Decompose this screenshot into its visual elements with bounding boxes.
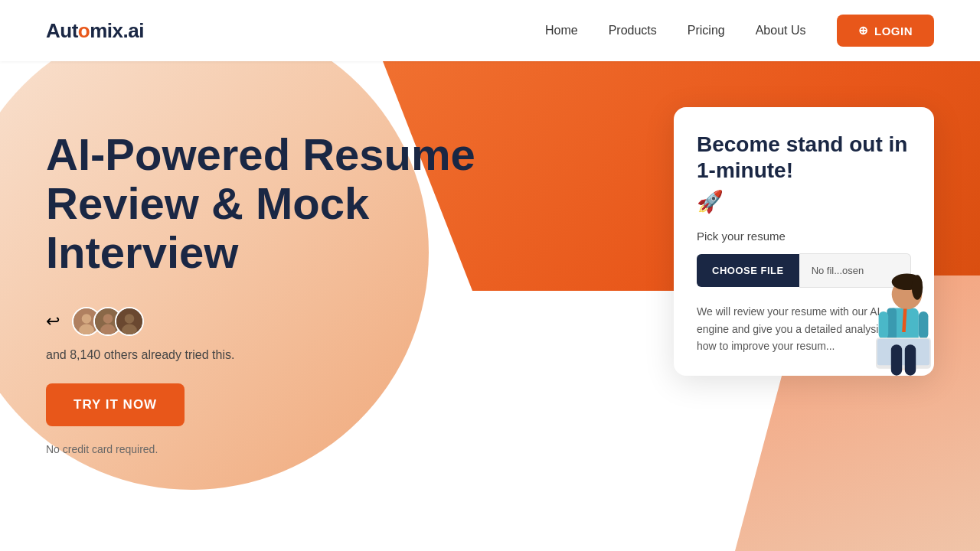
rocket-emoji: 🚀 [697,189,911,214]
pick-label: Pick your resume [697,230,911,243]
svg-point-2 [79,324,94,336]
avatars [72,307,144,336]
hero-section: AI-Powered Resume Review & Mock Intervie… [0,61,980,551]
resume-card: Become stand out in 1-minute! 🚀 Pick you… [674,107,934,376]
svg-point-1 [82,315,92,324]
logo[interactable]: Automix.ai [46,19,144,43]
login-icon: ⊕ [858,24,869,37]
svg-point-4 [103,315,113,324]
logo-o: o [78,19,90,42]
login-button[interactable]: ⊕ LOGIN [837,15,935,47]
nav-products[interactable]: Products [609,24,657,37]
navbar: Automix.ai Home Products Pricing About U… [0,0,980,61]
nav-home[interactable]: Home [545,24,578,37]
svg-point-5 [100,324,116,336]
hero-title: AI-Powered Resume Review & Mock Intervie… [46,130,505,276]
svg-rect-18 [877,339,929,365]
svg-point-8 [122,324,137,336]
card-title: Become stand out in 1-minute! [697,132,911,183]
social-proof: ↩ [46,307,612,336]
svg-rect-11 [887,308,897,343]
nav-about[interactable]: About Us [756,24,806,37]
social-proof-text: and 8,140 others already tried this. [46,348,612,362]
login-label: LOGIN [874,24,913,37]
no-credit-text: No credit card required. [46,443,612,455]
logo-text-suffix: mix.ai [90,19,144,42]
illustration [858,243,949,383]
nav-pricing[interactable]: Pricing [688,24,725,37]
avatar-3 [115,307,144,336]
person-illustration [858,243,949,380]
hero-right: Become stand out in 1-minute! 🚀 Pick you… [674,107,934,376]
svg-rect-19 [891,345,902,377]
logo-text-prefix: Aut [46,19,78,42]
choose-file-button[interactable]: CHOOSE FILE [697,254,799,287]
nav-links: Home Products Pricing About Us ⊕ LOGIN [545,15,934,47]
hero-left: AI-Powered Resume Review & Mock Intervie… [46,99,612,455]
svg-point-7 [125,315,135,324]
svg-point-14 [912,276,923,300]
svg-rect-20 [905,345,916,377]
arrow-icon: ↩ [46,311,60,331]
svg-rect-16 [919,311,929,339]
hero-content: AI-Powered Resume Review & Mock Intervie… [0,61,980,551]
try-it-now-button[interactable]: TRY IT NOW [46,383,185,426]
svg-rect-15 [879,311,889,339]
